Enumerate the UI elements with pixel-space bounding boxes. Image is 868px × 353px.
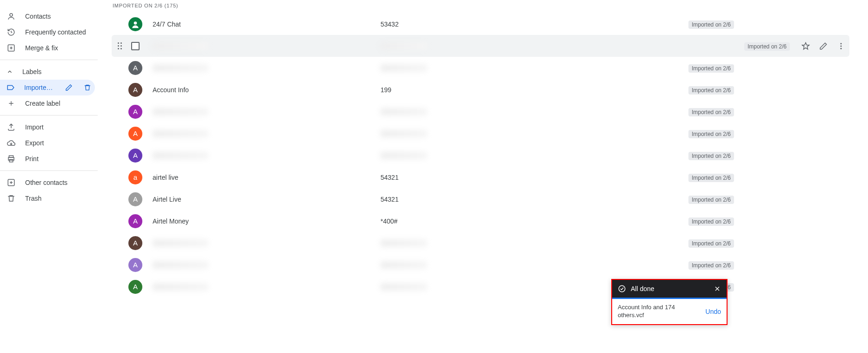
nav-print[interactable]: Print — [0, 151, 98, 167]
contact-row[interactable]: AImported on 2/6 — [112, 254, 849, 276]
drag-dots-icon — [118, 42, 122, 50]
contact-name — [153, 239, 381, 247]
contact-row[interactable]: AAccount Info199Imported on 2/6 — [112, 79, 849, 101]
contact-label: Imported on 2/6 — [688, 64, 734, 72]
toast-close-button[interactable] — [714, 285, 721, 292]
contact-phone — [381, 130, 567, 137]
contact-phone — [381, 261, 567, 269]
more-button[interactable] — [836, 41, 846, 51]
contact-name: Airtel Money — [153, 217, 381, 225]
contact-name — [153, 283, 381, 291]
contact-label: Imported on 2/6 — [688, 86, 734, 94]
contact-row[interactable]: AAirtel Money*400#Imported on 2/6 — [112, 210, 849, 232]
toast-message: Account Info and 174 others.vcf — [618, 304, 701, 319]
contact-name — [153, 152, 381, 159]
contact-avatar: A — [128, 127, 142, 141]
divider — [0, 60, 98, 60]
nav-trash-label: Trash — [25, 195, 41, 202]
contact-label: Imported on 2/6 — [688, 239, 734, 247]
nav-contacts[interactable]: Contacts — [0, 8, 98, 24]
create-label-text: Create label — [25, 100, 60, 107]
contact-phone: *400# — [381, 217, 567, 225]
svg-point-6 — [134, 21, 137, 25]
nav-frequent[interactable]: Frequently contacted — [0, 24, 98, 40]
contact-avatar: A — [128, 105, 142, 119]
contact-name: 24/7 Chat — [153, 20, 381, 28]
svg-point-7 — [841, 43, 842, 44]
contact-row[interactable]: aairtel live54321Imported on 2/6 — [112, 166, 849, 188]
nav-mergefix[interactable]: Merge & fix — [0, 40, 98, 56]
label-chip: Imported on 2/6 — [688, 196, 734, 204]
contact-label: Imported on 2/6 — [688, 130, 734, 137]
contact-row[interactable]: AImported on 2/6 — [112, 101, 849, 122]
check-circle-icon — [618, 285, 626, 293]
label-chip: Imported on 2/6 — [688, 64, 734, 73]
contact-avatar: A — [128, 83, 142, 97]
contact-avatar: A — [128, 258, 142, 272]
contact-label: Imported on 2/6 — [688, 196, 734, 203]
cloud-download-icon — [7, 138, 16, 148]
divider — [0, 170, 98, 171]
row-checkbox[interactable] — [131, 42, 140, 50]
contact-avatar — [128, 17, 142, 31]
label-chip: Imported on 2/6 — [688, 108, 734, 116]
nav-export[interactable]: Export — [0, 135, 98, 151]
label-imported[interactable]: Imported on 2/6 — [0, 80, 95, 95]
contact-phone — [381, 108, 567, 115]
edit-button[interactable] — [819, 41, 828, 51]
contact-row[interactable]: 24/7 Chat53432Imported on 2/6 — [112, 13, 849, 35]
label-chip: Imported on 2/6 — [688, 239, 734, 248]
nav-mergefix-label: Merge & fix — [25, 44, 58, 52]
svg-point-10 — [619, 285, 625, 292]
contact-row[interactable]: AImported on 2/6 — [112, 122, 849, 144]
history-icon — [7, 27, 16, 37]
delete-label-button[interactable] — [83, 83, 92, 92]
contact-name — [153, 64, 381, 72]
contact-label: Imported on 2/6 — [688, 108, 734, 115]
toast-notification: All done Account Info and 174 others.vcf… — [611, 279, 728, 325]
edit-label-button[interactable] — [64, 83, 73, 92]
contact-row[interactable]: Imported on 2/6 — [112, 35, 849, 57]
contact-avatar: A — [128, 192, 142, 206]
contact-avatar: a — [128, 170, 142, 184]
contact-row[interactable]: AAirtel Live54321Imported on 2/6 — [112, 188, 849, 210]
toast-title: All done — [631, 285, 709, 292]
plus-icon — [7, 99, 16, 108]
nav-export-label: Export — [25, 139, 44, 147]
contact-name — [153, 261, 381, 269]
contact-phone — [381, 239, 567, 247]
star-button[interactable] — [801, 41, 810, 51]
contact-row[interactable]: AImported on 2/6 — [112, 144, 849, 166]
merge-icon — [7, 43, 16, 53]
sidebar: Contacts Frequently contacted Merge & fi… — [0, 0, 98, 353]
contact-name — [153, 42, 381, 50]
contact-row[interactable]: AImported on 2/6 — [112, 57, 849, 79]
svg-point-8 — [841, 45, 842, 47]
contact-avatar: A — [128, 149, 142, 163]
contact-row[interactable]: AImported on 2/6 — [112, 232, 849, 254]
contact-name: airtel live — [153, 174, 381, 181]
toast-undo-button[interactable]: Undo — [706, 308, 721, 315]
upload-icon — [7, 122, 16, 132]
divider — [0, 115, 98, 115]
label-chip: Imported on 2/6 — [688, 130, 734, 138]
nav-contacts-label: Contacts — [25, 13, 51, 20]
contact-name — [153, 130, 381, 137]
nav-trash[interactable]: Trash — [0, 190, 98, 206]
contact-phone: 53432 — [381, 20, 567, 28]
label-chip: Imported on 2/6 — [744, 42, 790, 51]
contact-phone: 54321 — [381, 196, 567, 203]
create-label[interactable]: Create label — [0, 95, 98, 111]
toast-header: All done — [612, 280, 727, 299]
contact-row[interactable]: AImported on 2/6 — [112, 276, 849, 298]
drag-handle[interactable] — [112, 42, 128, 50]
nav-import[interactable]: Import — [0, 119, 98, 135]
contact-name: Airtel Live — [153, 196, 381, 203]
labels-header[interactable]: Labels — [0, 64, 98, 80]
label-chip: Imported on 2/6 — [688, 174, 734, 182]
contact-phone: 199 — [381, 86, 567, 94]
nav-other[interactable]: Other contacts — [0, 175, 98, 190]
label-icon — [7, 83, 15, 92]
label-chip: Imported on 2/6 — [688, 217, 734, 226]
person-icon — [7, 12, 16, 21]
